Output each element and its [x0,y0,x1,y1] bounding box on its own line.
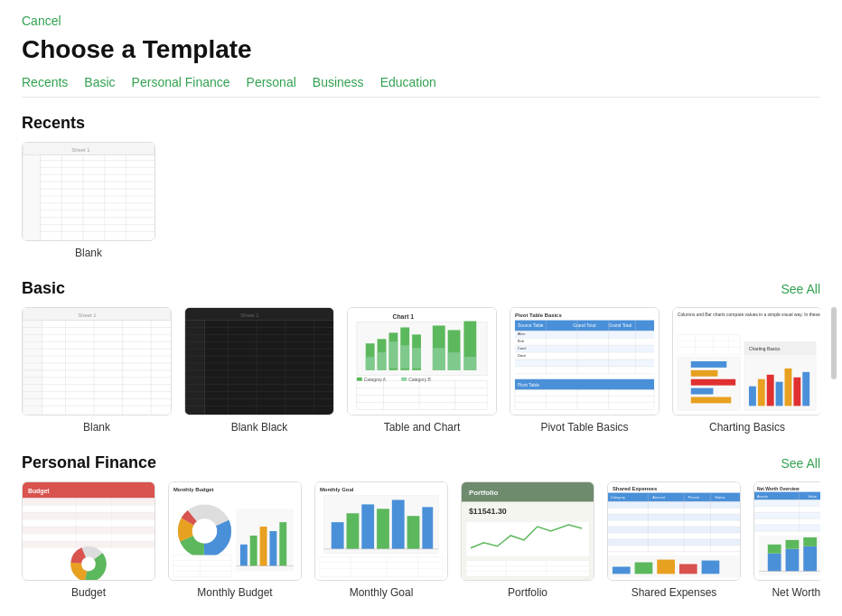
shared-expenses-label: Shared Expenses [632,586,717,599]
template-table-chart[interactable]: Chart 1 [347,307,497,434]
recents-title: Recents [22,114,85,133]
svg-text:Pivot Table Basics: Pivot Table Basics [515,313,562,318]
template-pivot-table[interactable]: Pivot Table Basics Source Table Grand To… [510,307,660,434]
nav-business[interactable]: Business [313,75,364,89]
pivot-table-thumb: Pivot Table Basics Source Table Grand To… [510,307,660,415]
svg-text:$11541.30: $11541.30 [469,507,507,516]
svg-rect-230 [608,520,740,527]
svg-rect-132 [691,397,731,404]
svg-rect-137 [776,382,783,406]
svg-rect-200 [392,499,405,548]
svg-rect-41 [185,308,333,321]
blank-black-label: Blank Black [231,421,288,434]
svg-rect-155 [23,519,154,527]
basic-title: Basic [22,279,65,298]
template-net-worth[interactable]: Net Worth Overview Assets Value Change [753,481,820,599]
svg-rect-231 [608,527,740,533]
svg-rect-276 [786,540,800,549]
svg-rect-134 [749,387,756,406]
nav-personal[interactable]: Personal [247,75,296,89]
basic-see-all[interactable]: See All [781,282,820,296]
category-nav: Recents Basic Personal Finance Personal … [22,75,820,98]
svg-rect-250 [657,560,675,574]
template-shared-expenses[interactable]: Shared Expenses Category Amount Person S… [607,481,741,599]
svg-rect-119 [515,390,654,410]
svg-text:Net Worth Overview: Net Worth Overview [757,487,800,491]
svg-text:Dave: Dave [518,353,527,358]
svg-rect-202 [422,507,433,548]
svg-rect-71 [400,345,409,369]
blank-basic-label: Blank [83,421,110,434]
svg-rect-278 [803,537,817,546]
svg-text:Category A: Category A [364,378,387,382]
svg-rect-68 [366,357,375,370]
personal-finance-templates-row: Budget [22,481,820,599]
basic-templates-row: Sheet 1 [22,307,820,434]
nav-basic[interactable]: Basic [84,75,115,89]
svg-rect-229 [608,514,740,520]
svg-text:Monthly Budget: Monthly Budget [173,487,214,492]
svg-rect-233 [608,539,740,546]
svg-rect-135 [758,379,765,406]
svg-rect-215 [466,561,589,577]
svg-rect-182 [240,545,248,566]
recents-templates-row: Sheet 1 [22,142,820,259]
scrollbar[interactable] [831,307,837,379]
svg-point-172 [83,559,94,570]
nav-education[interactable]: Education [380,75,436,89]
svg-rect-274 [768,545,781,554]
svg-text:Monthly Goal: Monthly Goal [320,487,354,492]
svg-rect-249 [635,563,653,574]
svg-rect-234 [608,546,740,552]
svg-rect-19 [23,155,41,241]
svg-rect-21 [23,308,171,321]
template-blank-basic[interactable]: Sheet 1 [22,307,172,434]
svg-rect-251 [679,565,697,574]
svg-text:Shared Expenses: Shared Expenses [613,486,658,491]
svg-text:Grand Total: Grand Total [609,323,632,328]
charting-basics-label: Charting Basics [709,421,785,434]
svg-rect-98 [515,345,654,352]
svg-rect-70 [388,341,398,369]
svg-rect-99 [515,352,654,359]
svg-text:Value: Value [808,494,818,499]
nav-personal-finance[interactable]: Personal Finance [132,75,230,89]
svg-text:Pivot Table: Pivot Table [518,383,539,387]
svg-text:Source Table: Source Table [518,323,544,328]
svg-rect-129 [691,370,718,377]
svg-rect-277 [803,546,817,572]
svg-rect-139 [793,378,800,406]
template-monthly-goal[interactable]: Monthly Goal [314,481,448,599]
svg-rect-69 [378,352,387,370]
svg-rect-185 [269,531,276,565]
cancel-button[interactable]: Cancel [22,14,61,28]
svg-rect-152 [23,499,154,506]
template-budget[interactable]: Budget [22,481,155,599]
template-monthly-budget[interactable]: Monthly Budget [168,481,302,599]
template-blank-black[interactable]: Sheet 1 [184,307,334,434]
svg-rect-140 [802,372,809,406]
template-blank-recent[interactable]: Sheet 1 [22,142,155,259]
svg-rect-157 [23,534,154,541]
portfolio-label: Portfolio [508,586,547,599]
template-portfolio[interactable]: Portfolio $11541.30 Portfolio [461,481,594,599]
svg-rect-88 [401,378,407,381]
svg-text:Sheet 1: Sheet 1 [78,313,96,318]
svg-rect-227 [608,501,740,508]
template-charting-basics[interactable]: Columns and Bar charts compare values in… [672,307,820,434]
svg-rect-259 [754,499,820,506]
nav-recents[interactable]: Recents [22,75,68,89]
svg-rect-86 [357,378,362,381]
svg-rect-96 [515,331,654,338]
svg-rect-72 [412,348,421,369]
svg-text:Carol: Carol [518,346,527,350]
svg-rect-183 [250,536,257,566]
personal-finance-see-all[interactable]: See All [781,456,820,471]
svg-text:Sheet 1: Sheet 1 [71,147,89,153]
svg-text:Person: Person [688,495,699,499]
svg-rect-156 [23,527,154,534]
svg-rect-154 [23,512,154,519]
monthly-goal-thumb: Monthly Goal [314,481,448,581]
svg-text:Alice: Alice [518,331,526,336]
svg-point-180 [196,522,214,540]
